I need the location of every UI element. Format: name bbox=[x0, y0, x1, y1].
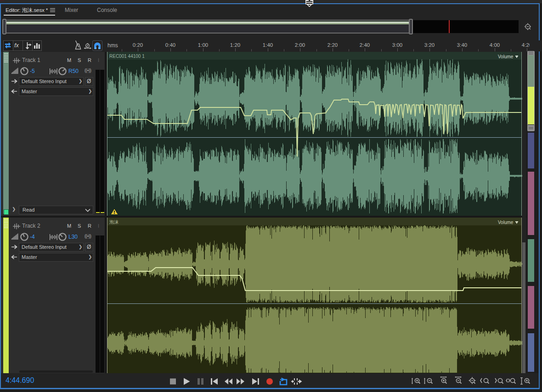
svg-text:Volume: Volume bbox=[498, 220, 514, 225]
svg-text:泡沫: 泡沫 bbox=[109, 219, 119, 224]
svg-text:Volume: Volume bbox=[498, 54, 514, 59]
svg-text:REC001 44100 1: REC001 44100 1 bbox=[109, 54, 145, 59]
